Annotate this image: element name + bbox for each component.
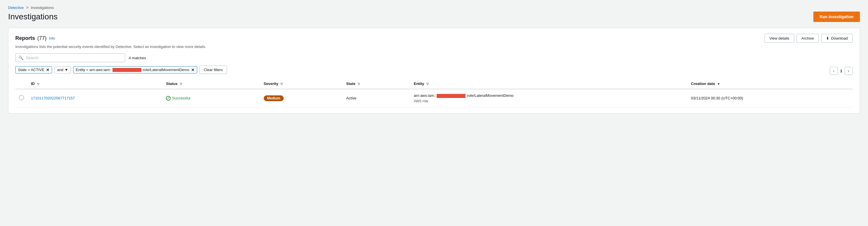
entity-filter-close[interactable]: ✕ <box>191 68 194 72</box>
action-buttons: View details Archive ⬇ Download <box>765 34 853 43</box>
entity-filter-redacted <box>113 68 142 72</box>
page-title: Investigations <box>8 12 58 21</box>
and-label: and <box>57 68 63 72</box>
archive-button[interactable]: Archive <box>797 34 819 43</box>
breadcrumb-detective-link[interactable]: Detective <box>8 5 24 10</box>
col-status-sort-icon: ▽ <box>180 83 182 86</box>
col-creation-date-label: Creation date <box>691 82 715 86</box>
status-success-icon: ✓ <box>166 96 170 101</box>
row-entity-cell: arn:aws:iam:: :role/LateralMovementDemo … <box>410 89 688 107</box>
table-header-row: ID ▽ Status ▽ Severity ▽ State <box>15 78 853 89</box>
row-id-link[interactable]: 171011702022567717157 <box>31 96 75 100</box>
search-input[interactable] <box>26 56 122 60</box>
entity-filter-suffix: :role/LateralMovementDemo <box>142 68 189 72</box>
row-severity-cell: Medium <box>260 89 343 107</box>
col-header-state[interactable]: State ▽ <box>343 78 410 89</box>
state-value: Active <box>346 96 356 100</box>
col-severity-sort-icon: ▽ <box>280 83 283 86</box>
search-box-wrapper: 🔍 <box>15 54 125 62</box>
clear-filters-button[interactable]: Clear filters <box>199 66 227 74</box>
status-label: Successful <box>172 96 190 100</box>
and-dropdown[interactable]: and ▼ <box>54 66 71 73</box>
creation-date-value: 03/11/2024 00:30 (UTC+00:00) <box>691 96 743 100</box>
row-state-cell: Active <box>343 89 410 107</box>
and-dropdown-chevron: ▼ <box>64 68 68 72</box>
severity-medium-badge: Medium <box>264 95 284 101</box>
state-filter-chip: State = ACTIVE ✕ <box>15 66 52 73</box>
entity-arn: arn:aws:iam:: :role/LateralMovementDemo <box>414 93 684 99</box>
row-creation-date-cell: 03/11/2024 00:30 (UTC+00:00) <box>688 89 853 107</box>
col-header-severity[interactable]: Severity ▽ <box>260 78 343 89</box>
entity-filter-prefix: Entity = arn:aws:iam:: <box>76 68 112 72</box>
card-description: Investigations lists the potential secur… <box>15 44 853 49</box>
download-button[interactable]: ⬇ Download <box>821 34 853 43</box>
col-severity-label: Severity <box>264 82 278 86</box>
entity-arn-prefix: arn:aws:iam:: <box>414 93 436 98</box>
state-filter-close[interactable]: ✕ <box>46 68 50 72</box>
matches-text: 4 matches <box>129 56 146 60</box>
table-row: 171011702022567717157 ✓ Successful Mediu… <box>15 89 853 107</box>
entity-type: AWS role <box>414 99 684 104</box>
pagination-current: 1 <box>839 69 843 73</box>
page-header: Investigations Run investigation <box>8 11 860 22</box>
reports-card: Reports (77) Info View details Archive ⬇… <box>8 28 860 114</box>
table-wrapper: ID ▽ Status ▽ Severity ▽ State <box>15 78 853 107</box>
investigations-table: ID ▽ Status ▽ Severity ▽ State <box>15 78 853 107</box>
row-select-radio[interactable] <box>19 95 24 100</box>
pagination: ‹ 1 › <box>830 67 853 75</box>
download-label: Download <box>831 36 848 40</box>
search-icon: 🔍 <box>19 56 24 60</box>
status-successful: ✓ Successful <box>166 96 256 101</box>
row-id-cell: 171011702022567717157 <box>28 89 162 107</box>
col-state-label: State <box>346 82 355 86</box>
card-title: Reports <box>15 35 35 41</box>
col-header-status[interactable]: Status ▽ <box>162 78 260 89</box>
col-header-entity[interactable]: Entity ▽ <box>410 78 688 89</box>
col-header-creation-date[interactable]: Creation date ▼ <box>688 78 853 89</box>
col-id-sort-icon: ▽ <box>37 83 39 86</box>
search-row: 🔍 4 matches <box>15 54 853 62</box>
filter-row: State = ACTIVE ✕ and ▼ Entity = arn:aws:… <box>15 66 830 74</box>
table-header: ID ▽ Status ▽ Severity ▽ State <box>15 78 853 89</box>
pagination-prev-button[interactable]: ‹ <box>830 67 838 75</box>
col-status-label: Status <box>166 82 178 86</box>
pagination-next-button[interactable]: › <box>844 67 853 75</box>
view-details-button[interactable]: View details <box>765 34 794 43</box>
col-header-checkbox <box>15 78 28 89</box>
entity-arn-redacted <box>437 94 466 98</box>
run-investigation-button[interactable]: Run investigation <box>813 11 860 22</box>
breadcrumb: Detective > Investigations <box>8 5 860 10</box>
row-status-cell: ✓ Successful <box>162 89 260 107</box>
breadcrumb-separator: > <box>26 5 28 10</box>
entity-cell-content: arn:aws:iam:: :role/LateralMovementDemo … <box>414 93 684 104</box>
filter-pagination-row: State = ACTIVE ✕ and ▼ Entity = arn:aws:… <box>15 66 853 78</box>
card-title-group: Reports (77) Info <box>15 35 55 41</box>
table-body: 171011702022567717157 ✓ Successful Mediu… <box>15 89 853 107</box>
col-id-label: ID <box>31 82 35 86</box>
col-entity-sort-icon: ▽ <box>427 83 429 86</box>
entity-filter-chip: Entity = arn:aws:iam:: :role/LateralMove… <box>73 66 197 74</box>
filter-side: State = ACTIVE ✕ and ▼ Entity = arn:aws:… <box>15 66 830 78</box>
col-creation-date-sort-icon: ▼ <box>717 83 720 86</box>
download-icon: ⬇ <box>826 36 829 40</box>
card-header: Reports (77) Info View details Archive ⬇… <box>15 34 853 43</box>
col-state-sort-icon: ▽ <box>358 83 360 86</box>
col-header-id[interactable]: ID ▽ <box>28 78 162 89</box>
card-count: (77) <box>37 35 46 41</box>
col-entity-label: Entity <box>414 82 424 86</box>
entity-filter-text: Entity = arn:aws:iam:: :role/LateralMove… <box>76 68 189 72</box>
info-link[interactable]: Info <box>49 36 55 40</box>
breadcrumb-current: Investigations <box>31 5 54 10</box>
entity-arn-suffix: :role/LateralMovementDemo <box>466 93 514 98</box>
row-checkbox-cell <box>15 89 28 107</box>
state-filter-text: State = ACTIVE <box>18 68 44 72</box>
